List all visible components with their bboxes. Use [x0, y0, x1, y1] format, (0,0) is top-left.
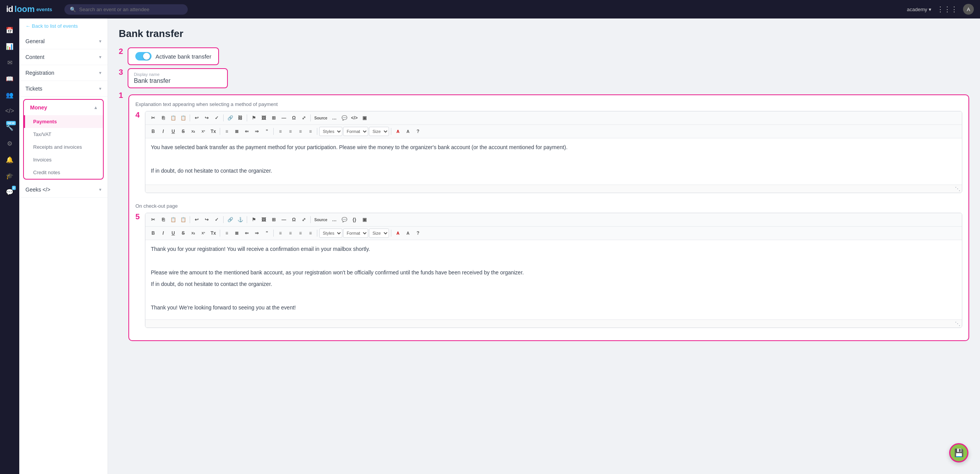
bracket-btn[interactable]: {} — [350, 215, 359, 224]
superscript-btn[interactable]: X² — [199, 127, 208, 136]
copy-btn[interactable]: ⎘ — [158, 215, 168, 224]
subscript-btn[interactable]: X₂ — [189, 127, 198, 136]
spellcheck-btn[interactable]: ✓ — [212, 215, 221, 224]
cut-btn[interactable]: ✂ — [148, 215, 158, 224]
anchor-btn[interactable]: ⚓ — [236, 215, 245, 224]
avatar[interactable]: A — [963, 4, 974, 15]
styles-select[interactable]: Styles — [319, 127, 342, 136]
bold-btn[interactable]: B — [148, 127, 158, 136]
align-left-btn[interactable]: ≡ — [276, 229, 285, 238]
source-btn[interactable]: Source — [313, 113, 329, 123]
back-to-events-link[interactable]: ← Back to list of events — [19, 18, 108, 34]
more-btn[interactable]: … — [330, 113, 339, 123]
bg-color-btn[interactable]: A — [403, 127, 413, 136]
undo-btn[interactable]: ↩ — [192, 113, 201, 123]
sidebar-item-tax-vat[interactable]: Tax/VAT — [24, 128, 103, 141]
sidebar-item-book[interactable]: 📖 — [3, 72, 17, 86]
sidebar-item-credit-notes[interactable]: Credit notes — [24, 166, 103, 179]
template-btn[interactable]: ▣ — [360, 113, 369, 123]
comment-btn[interactable]: 💬 — [340, 113, 349, 123]
indent-btn[interactable]: ⇒ — [252, 229, 261, 238]
align-right-btn[interactable]: ≡ — [296, 127, 305, 136]
sidebar-item-settings[interactable]: ⚙ — [3, 136, 17, 150]
link-btn[interactable]: 🔗 — [226, 113, 235, 123]
image-btn[interactable]: 🖼 — [259, 113, 268, 123]
table-btn[interactable]: ⊞ — [269, 113, 278, 123]
hr-btn[interactable]: — — [279, 113, 288, 123]
size-select[interactable]: Size — [369, 229, 389, 238]
sidebar-item-graduation[interactable]: 🎓 — [3, 169, 17, 183]
undo-btn[interactable]: ↩ — [192, 215, 201, 224]
outdent-btn[interactable]: ⇐ — [242, 127, 251, 136]
paste-plain-btn[interactable]: 📋 — [178, 215, 188, 224]
bg-color-btn[interactable]: A — [403, 229, 413, 238]
subscript-btn[interactable]: X₂ — [189, 229, 198, 238]
italic-btn[interactable]: I — [158, 229, 168, 238]
align-justify-btn[interactable]: ≡ — [306, 229, 315, 238]
blockquote-btn[interactable]: " — [262, 229, 271, 238]
styles-select[interactable]: Styles — [319, 229, 342, 238]
search-bar[interactable]: 🔍 — [64, 4, 188, 15]
sidebar-geeks-header[interactable]: Geeks </> ▾ — [19, 182, 108, 197]
redo-btn[interactable]: ↪ — [202, 113, 211, 123]
font-color-btn[interactable]: A — [393, 127, 402, 136]
hr-btn[interactable]: — — [279, 215, 288, 224]
user-menu[interactable]: academy ▾ — [907, 7, 931, 12]
sidebar-item-tool[interactable]: 🔧 NEW — [3, 120, 17, 134]
omega-btn[interactable]: Ω — [289, 113, 298, 123]
underline-btn[interactable]: U — [168, 229, 178, 238]
sidebar-item-invoices[interactable]: Invoices — [24, 153, 103, 166]
sidebar-general-header[interactable]: General ▾ — [19, 34, 108, 49]
flag-btn[interactable]: ⚑ — [249, 113, 258, 123]
italic-btn[interactable]: I — [158, 127, 168, 136]
unordered-list-btn[interactable]: ≣ — [232, 127, 241, 136]
spellcheck-btn[interactable]: ✓ — [212, 113, 221, 123]
remove-format-btn[interactable]: Tx — [209, 229, 218, 238]
strike-btn[interactable]: S — [178, 229, 188, 238]
source-btn[interactable]: Source — [313, 215, 329, 224]
indent-btn[interactable]: ⇒ — [252, 127, 261, 136]
format-select[interactable]: Format — [343, 229, 368, 238]
omega-btn[interactable]: Ω — [289, 215, 298, 224]
unordered-list-btn[interactable]: ≣ — [232, 229, 241, 238]
sidebar-item-email[interactable]: ✉ — [3, 55, 17, 69]
paste-plain-btn[interactable]: 📋 — [178, 113, 188, 123]
sidebar-content-header[interactable]: Content ▾ — [19, 49, 108, 65]
sidebar-item-notification[interactable]: 🔔 — [3, 153, 17, 166]
format-select[interactable]: Format — [343, 127, 368, 136]
sidebar-item-users[interactable]: 👥 — [3, 88, 17, 102]
search-input[interactable] — [79, 7, 182, 12]
code-btn[interactable]: </> — [350, 113, 359, 123]
superscript-btn[interactable]: X² — [199, 229, 208, 238]
paste-btn[interactable]: 📋 — [168, 113, 178, 123]
sidebar-item-payments[interactable]: Payments — [24, 115, 103, 128]
table-btn[interactable]: ⊞ — [269, 215, 278, 224]
activate-toggle[interactable] — [135, 52, 152, 61]
editor2-body[interactable]: Thank you for your registration! You wil… — [145, 240, 962, 319]
more-btn[interactable]: … — [330, 215, 339, 224]
underline-btn[interactable]: U — [168, 127, 178, 136]
sidebar-item-chart[interactable]: 📊 — [3, 39, 17, 53]
maximize-btn[interactable]: ⤢ — [299, 113, 308, 123]
grid-icon[interactable]: ⋮⋮⋮ — [937, 5, 958, 13]
align-center-btn[interactable]: ≡ — [286, 229, 295, 238]
copy-btn[interactable]: ⎘ — [158, 113, 168, 123]
ordered-list-btn[interactable]: ≡ — [222, 127, 231, 136]
unlink-btn[interactable]: ⛓ — [236, 113, 245, 123]
editor1-resize[interactable]: ⋱ — [145, 185, 962, 193]
help-btn[interactable]: ? — [413, 229, 423, 238]
blockquote-btn[interactable]: " — [262, 127, 271, 136]
save-button[interactable]: 💾 — [949, 443, 968, 462]
outdent-btn[interactable]: ⇐ — [242, 229, 251, 238]
maximize-btn[interactable]: ⤢ — [299, 215, 308, 224]
image-btn[interactable]: 🖼 — [259, 215, 268, 224]
paste-btn[interactable]: 📋 — [168, 215, 178, 224]
editor1-body[interactable]: You have selected bank transfer as the p… — [145, 138, 962, 185]
display-name-field[interactable]: Display name Bank transfer — [128, 68, 228, 88]
sidebar-item-receipts[interactable]: Receipts and invoices — [24, 141, 103, 153]
sidebar-item-code[interactable]: </> — [3, 104, 17, 118]
help-btn[interactable]: ? — [413, 127, 423, 136]
sidebar-tickets-header[interactable]: Tickets ▾ — [19, 81, 108, 96]
remove-format-btn[interactable]: Tx — [209, 127, 218, 136]
align-right-btn[interactable]: ≡ — [296, 229, 305, 238]
